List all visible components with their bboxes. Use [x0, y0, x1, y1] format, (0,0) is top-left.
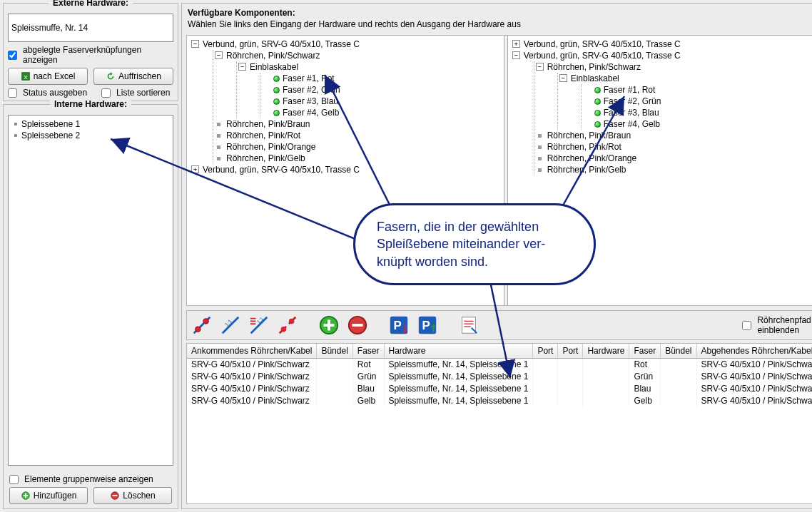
table-cell[interactable]: Rot: [629, 359, 661, 371]
table-header[interactable]: Port: [533, 344, 558, 359]
show-fiber-links-checkbox[interactable]: [8, 51, 17, 60]
tool-splice-list[interactable]: 1:1: [247, 314, 271, 337]
table-cell[interactable]: [558, 359, 583, 371]
table-header[interactable]: Hardware: [384, 344, 533, 359]
table-header[interactable]: Abgehendes Röhrchen/Kabel: [696, 344, 812, 359]
table-cell[interactable]: [661, 359, 696, 371]
sort-list-checkbox[interactable]: [101, 88, 111, 98]
tree-node-roehrchen[interactable]: Röhrchen, Pink/Gelb: [226, 153, 305, 163]
status-output-checkbox[interactable]: [8, 88, 17, 98]
table-row[interactable]: SRV-G 40/5x10 / Pink/SchwarzBlauSpleissm…: [187, 383, 812, 395]
tree-node-fiber[interactable]: Faser #2, Grün: [283, 85, 340, 95]
table-cell[interactable]: Blau: [352, 383, 384, 395]
table-cell[interactable]: Spleissmuffe, Nr. 14, Spleissebene 1: [384, 383, 533, 395]
tool-remove[interactable]: [345, 314, 370, 337]
tree-node-fiber[interactable]: Faser #1, Rot: [283, 73, 335, 83]
tree-node-fiber[interactable]: Faser #2, Grün: [604, 96, 661, 106]
interne-hardware-tree[interactable]: Spleissebene 1 Spleissebene 2: [8, 115, 173, 466]
tree-node-roehrchen[interactable]: Röhrchen, Pink/Rot: [547, 142, 621, 152]
tool-splice-single[interactable]: [190, 314, 214, 337]
table-cell[interactable]: Gelb: [629, 395, 661, 407]
tree-collapse-icon[interactable]: −: [512, 51, 520, 59]
table-cell[interactable]: [558, 371, 583, 383]
tree-node-verbund[interactable]: Verbund, grün, SRV-G 40/5x10, Trasse C: [203, 165, 360, 175]
tree-node-verbund[interactable]: Verbund, grün, SRV-G 40/5x10, Trasse C: [203, 39, 360, 49]
connections-table-wrap[interactable]: Ankommendes Röhrchen/KabelBündelFaserHar…: [186, 343, 812, 504]
table-cell[interactable]: SRV-G 40/5x10 / Pink/Schwarz: [696, 383, 812, 395]
table-cell[interactable]: [558, 395, 583, 407]
table-cell[interactable]: SRV-G 40/5x10 / Pink/Schwarz: [696, 395, 812, 407]
table-header[interactable]: Faser: [352, 344, 384, 359]
tree-node-roehrchen[interactable]: Röhrchen, Pink/Schwarz: [547, 62, 641, 72]
table-header[interactable]: Hardware: [583, 344, 629, 359]
table-cell[interactable]: Rot: [352, 359, 384, 371]
table-cell[interactable]: [317, 383, 352, 395]
add-button[interactable]: Hinzufügen: [9, 487, 88, 504]
tree-node-roehrchen[interactable]: Röhrchen, Pink/Orange: [547, 153, 636, 163]
tree-node-fiber[interactable]: Faser #3, Blau: [604, 108, 659, 118]
table-cell[interactable]: SRV-G 40/5x10 / Pink/Schwarz: [696, 359, 812, 371]
table-cell[interactable]: Spleissmuffe, Nr. 14, Spleissebene 1: [384, 359, 533, 371]
table-cell[interactable]: SRV-G 40/5x10 / Pink/Schwarz: [187, 383, 317, 395]
table-row[interactable]: SRV-G 40/5x10 / Pink/SchwarzGelbSpleissm…: [187, 395, 812, 407]
tree-node-einblaskabel[interactable]: Einblaskabel: [250, 62, 298, 72]
table-header[interactable]: Ankommendes Röhrchen/Kabel: [187, 344, 317, 359]
tree-collapse-icon[interactable]: −: [215, 51, 223, 59]
table-cell[interactable]: Grün: [352, 371, 384, 383]
table-cell[interactable]: [317, 359, 352, 371]
connections-table[interactable]: Ankommendes Röhrchen/KabelBündelFaserHar…: [187, 344, 812, 407]
tree-node-roehrchen[interactable]: Röhrchen, Pink/Braun: [226, 119, 310, 129]
table-cell[interactable]: Gelb: [352, 395, 384, 407]
table-cell[interactable]: [317, 371, 352, 383]
tree-node-fiber[interactable]: Faser #3, Blau: [283, 96, 338, 106]
tree-node-verbund[interactable]: Verbund, grün, SRV-G 40/5x10, Trasse C: [524, 39, 681, 49]
table-cell[interactable]: [583, 395, 629, 407]
tree-node-roehrchen[interactable]: Röhrchen, Pink/Gelb: [547, 165, 626, 175]
tree-collapse-icon[interactable]: −: [559, 74, 567, 82]
table-header[interactable]: Bündel: [317, 344, 352, 359]
tree-node-verbund[interactable]: Verbund, grün, SRV-G 40/5x10, Trasse C: [524, 51, 681, 61]
tree-expand-icon[interactable]: +: [512, 40, 520, 48]
tree-node-roehrchen[interactable]: Röhrchen, Pink/Rot: [226, 130, 300, 140]
table-cell[interactable]: [661, 395, 696, 407]
tree-node-fiber[interactable]: Faser #4, Gelb: [283, 108, 339, 118]
table-cell[interactable]: SRV-G 40/5x10 / Pink/Schwarz: [187, 395, 317, 407]
tree-node-roehrchen[interactable]: Röhrchen, Pink/Braun: [547, 130, 631, 140]
table-cell[interactable]: [661, 371, 696, 383]
refresh-button[interactable]: Auffrischen: [93, 68, 173, 85]
tree-node-roehrchen[interactable]: Röhrchen, Pink/Orange: [226, 142, 315, 152]
table-cell[interactable]: [317, 395, 352, 407]
table-cell[interactable]: [583, 383, 629, 395]
table-cell[interactable]: Grün: [629, 371, 661, 383]
tree-node-einblaskabel[interactable]: Einblaskabel: [571, 73, 619, 83]
table-cell[interactable]: [533, 371, 558, 383]
externe-hardware-input[interactable]: [8, 14, 173, 42]
tool-unsplice[interactable]: [275, 314, 300, 337]
tree-node-fiber[interactable]: Faser #4, Gelb: [604, 119, 660, 129]
table-header[interactable]: Faser: [629, 344, 661, 359]
tool-park-up[interactable]: P: [415, 314, 440, 337]
tool-report[interactable]: [457, 314, 481, 337]
delete-button[interactable]: Löschen: [93, 487, 172, 504]
table-row[interactable]: SRV-G 40/5x10 / Pink/SchwarzRotSpleissmu…: [187, 359, 812, 371]
table-cell[interactable]: SRV-G 40/5x10 / Pink/Schwarz: [187, 371, 317, 383]
table-cell[interactable]: Blau: [629, 383, 661, 395]
table-cell[interactable]: Spleissmuffe, Nr. 14, Spleissebene 1: [384, 395, 533, 407]
table-cell[interactable]: SRV-G 40/5x10 / Pink/Schwarz: [696, 371, 812, 383]
roehrchenpfad-checkbox[interactable]: [742, 321, 751, 330]
spleissebene-item[interactable]: Spleissebene 1: [11, 118, 170, 130]
tree-expand-icon[interactable]: +: [191, 165, 199, 173]
table-row[interactable]: SRV-G 40/5x10 / Pink/SchwarzGrünSpleissm…: [187, 371, 812, 383]
table-cell[interactable]: [583, 359, 629, 371]
tool-park-down[interactable]: P: [387, 314, 411, 337]
table-cell[interactable]: SRV-G 40/5x10 / Pink/Schwarz: [187, 359, 317, 371]
table-cell[interactable]: [558, 383, 583, 395]
table-header[interactable]: Port: [558, 344, 583, 359]
group-display-checkbox[interactable]: [9, 475, 19, 484]
table-cell[interactable]: [661, 383, 696, 395]
table-header[interactable]: Bündel: [661, 344, 696, 359]
table-cell[interactable]: [583, 371, 629, 383]
tree-collapse-icon[interactable]: −: [536, 63, 544, 71]
table-cell[interactable]: Spleissmuffe, Nr. 14, Spleissebene 1: [384, 371, 533, 383]
table-cell[interactable]: [533, 383, 558, 395]
